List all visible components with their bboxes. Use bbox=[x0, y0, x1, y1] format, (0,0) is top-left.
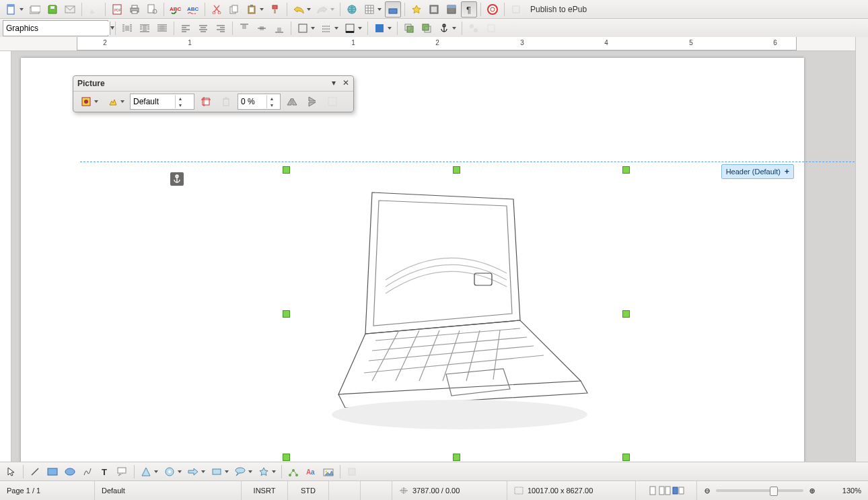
bring-front-button[interactable] bbox=[401, 20, 417, 36]
cut-button[interactable] bbox=[209, 1, 225, 17]
ellipse-tool-button[interactable] bbox=[62, 464, 78, 480]
align-right-button[interactable] bbox=[213, 20, 229, 36]
fontwork-button[interactable]: Aa bbox=[303, 464, 319, 480]
borders-button[interactable] bbox=[295, 20, 317, 36]
flip-horizontal-button[interactable] bbox=[284, 94, 300, 110]
spin-up[interactable]: ▲ bbox=[267, 95, 277, 102]
paragraph-style-combo[interactable] bbox=[3, 20, 108, 36]
crop-button[interactable] bbox=[198, 94, 214, 110]
send-back-button[interactable] bbox=[419, 20, 435, 36]
toolbar-menu-icon[interactable]: ▾ bbox=[329, 78, 338, 87]
align-top-button[interactable] bbox=[236, 20, 252, 36]
status-modified-icon[interactable] bbox=[329, 481, 361, 500]
status-insert-mode[interactable]: INSRT bbox=[242, 481, 288, 500]
zoom-knob[interactable] bbox=[770, 487, 778, 496]
document-page[interactable] bbox=[21, 58, 804, 462]
line-tool-button[interactable] bbox=[27, 464, 43, 480]
graphics-mode-button[interactable] bbox=[104, 94, 126, 110]
wrap-page-button[interactable] bbox=[137, 20, 153, 36]
paragraph-style-input[interactable] bbox=[3, 22, 110, 35]
show-draw-functions-button[interactable] bbox=[385, 1, 401, 17]
points-edit-button[interactable] bbox=[285, 464, 301, 480]
graphics-mode-input[interactable] bbox=[131, 95, 175, 108]
spellcheck-button[interactable]: ABC bbox=[168, 1, 184, 17]
templates-button[interactable] bbox=[27, 1, 43, 17]
email-button[interactable] bbox=[62, 1, 78, 17]
symbol-shapes-button[interactable] bbox=[161, 464, 184, 480]
horizontal-ruler[interactable]: 2 1 1 2 3 4 5 6 bbox=[0, 37, 868, 51]
resize-handle[interactable] bbox=[622, 166, 630, 174]
table-button[interactable] bbox=[361, 1, 384, 17]
status-signature-icon[interactable] bbox=[361, 481, 392, 500]
copy-button[interactable] bbox=[226, 1, 242, 17]
help-button[interactable] bbox=[484, 1, 501, 17]
status-object-size[interactable]: 10017.00 x 8627.00 bbox=[507, 481, 636, 500]
align-center-v-button[interactable] bbox=[254, 20, 270, 36]
right-sidebar-grip[interactable] bbox=[855, 37, 868, 462]
print-preview-button[interactable] bbox=[144, 1, 160, 17]
anchor-button[interactable] bbox=[436, 20, 458, 36]
nonprinting-chars-button[interactable]: ¶ bbox=[461, 1, 477, 17]
spin-up[interactable]: ▲ bbox=[176, 95, 185, 102]
align-left-button[interactable] bbox=[178, 20, 194, 36]
save-button[interactable] bbox=[44, 1, 61, 17]
format-paintbrush-button[interactable] bbox=[267, 1, 283, 17]
align-center-h-button[interactable] bbox=[195, 20, 211, 36]
zoom-out-button[interactable]: ⊖ bbox=[702, 487, 712, 495]
graphic-filter-button[interactable] bbox=[78, 94, 100, 110]
resize-handle[interactable] bbox=[453, 454, 460, 461]
wrap-off-button[interactable] bbox=[119, 20, 135, 36]
select-tool-button[interactable] bbox=[3, 464, 20, 480]
status-page[interactable]: Page 1 / 1 bbox=[0, 481, 95, 500]
zoom-track[interactable] bbox=[716, 489, 803, 492]
star-shapes-button[interactable] bbox=[256, 464, 278, 480]
undo-button[interactable] bbox=[291, 1, 313, 17]
status-selection-mode[interactable]: STD bbox=[288, 481, 329, 500]
close-icon[interactable]: ✕ bbox=[341, 78, 351, 87]
zoom-in-button[interactable]: ⊕ bbox=[807, 487, 817, 495]
transparency-input[interactable] bbox=[238, 95, 266, 108]
autospellcheck-button[interactable]: ABC bbox=[185, 1, 201, 17]
callout-shapes-button[interactable] bbox=[232, 464, 254, 480]
zoom-percent[interactable]: 130% bbox=[822, 481, 868, 500]
flip-vertical-button[interactable] bbox=[304, 94, 320, 110]
resize-handle[interactable] bbox=[283, 310, 290, 318]
selected-image-frame[interactable] bbox=[286, 170, 626, 458]
align-bottom-button[interactable] bbox=[271, 20, 287, 36]
header-badge[interactable]: Header (Default) + bbox=[721, 164, 794, 179]
find-replace-button[interactable] bbox=[408, 1, 425, 17]
hyperlink-button[interactable] bbox=[344, 1, 360, 17]
spin-down[interactable]: ▼ bbox=[267, 102, 277, 108]
picture-toolbar-window[interactable]: Picture ▾ ✕ ▲▼ ▲▼ bbox=[73, 75, 354, 112]
inserted-image[interactable] bbox=[286, 170, 626, 458]
vertical-ruler[interactable] bbox=[0, 51, 11, 462]
basic-shapes-button[interactable] bbox=[138, 464, 160, 480]
resize-handle[interactable] bbox=[453, 166, 460, 174]
rectangle-tool-button[interactable] bbox=[44, 464, 61, 480]
zoom-slider[interactable]: ⊖ ⊕ bbox=[697, 487, 822, 495]
document-scroll-area[interactable]: Header (Default) + bbox=[11, 51, 868, 462]
resize-handle[interactable] bbox=[622, 454, 630, 461]
status-style[interactable]: Default bbox=[95, 481, 242, 500]
picture-toolbar-titlebar[interactable]: Picture ▾ ✕ bbox=[73, 76, 353, 92]
wrap-through-button[interactable] bbox=[154, 20, 170, 36]
resize-handle[interactable] bbox=[622, 310, 630, 318]
gallery-button[interactable] bbox=[443, 1, 460, 17]
paste-button[interactable] bbox=[244, 1, 266, 17]
print-button[interactable] bbox=[126, 1, 143, 17]
transparency-combo[interactable]: ▲▼ bbox=[238, 94, 281, 110]
text-tool-button[interactable]: T bbox=[97, 464, 113, 480]
publish-epub-button[interactable]: Publish to ePub bbox=[530, 5, 587, 14]
paragraph-style-dropdown[interactable] bbox=[110, 22, 114, 35]
flowchart-shapes-button[interactable] bbox=[209, 464, 231, 480]
border-color-button[interactable] bbox=[342, 20, 364, 36]
resize-handle[interactable] bbox=[283, 454, 290, 461]
resize-handle[interactable] bbox=[283, 166, 290, 174]
status-view-layout[interactable] bbox=[636, 481, 697, 500]
from-file-button[interactable] bbox=[320, 464, 336, 480]
freeform-line-button[interactable] bbox=[79, 464, 96, 480]
new-doc-button[interactable] bbox=[3, 1, 26, 17]
callout-tool-button[interactable] bbox=[114, 464, 131, 480]
navigator-button[interactable] bbox=[426, 1, 442, 17]
spin-down[interactable]: ▼ bbox=[176, 102, 185, 108]
